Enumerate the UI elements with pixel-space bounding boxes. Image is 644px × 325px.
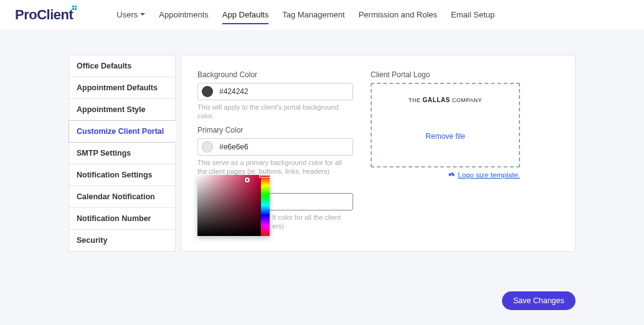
primary-color-hint: This serve as a primary background color…	[197, 158, 353, 176]
sidenav-notification-settings[interactable]: Notification Settings	[69, 164, 176, 186]
chevron-down-icon	[140, 13, 145, 16]
client-portal-logo-label: Client Portal Logo	[371, 70, 520, 79]
bg-color-hint: This will apply to the client's portal b…	[197, 103, 353, 121]
sidenav-notification-number[interactable]: Notification Number	[69, 207, 176, 230]
top-bar: ProClient Users Appointments App Default…	[0, 0, 644, 30]
color-picker-hue-handle[interactable]	[259, 175, 272, 177]
bg-color-label: Background Color	[197, 70, 353, 79]
cloud-download-icon	[448, 171, 455, 179]
remove-file-link[interactable]: Remove file	[425, 132, 465, 141]
uploaded-logo-preview: THE GALLAS COMPANY	[409, 97, 482, 103]
nav-tag-management[interactable]: Tag Management	[282, 6, 344, 24]
primary-color-value: #e6e6e6	[219, 143, 249, 151]
bg-color-input[interactable]: #424242	[197, 83, 353, 100]
sidenav-office-defaults[interactable]: Office Defaults	[69, 55, 176, 77]
brand-client: Client	[37, 7, 73, 22]
side-nav: Office Defaults Appointment Defaults App…	[69, 55, 176, 252]
color-picker-saturation[interactable]	[197, 175, 261, 236]
brand-dots-icon	[72, 6, 77, 10]
bg-color-swatch	[202, 86, 213, 97]
sidenav-smtp-settings[interactable]: SMTP Settings	[69, 142, 176, 164]
nav-users-label: Users	[116, 10, 138, 19]
primary-color-swatch	[202, 141, 213, 153]
nav-permission-roles[interactable]: Permission and Roles	[359, 6, 437, 24]
nav-users[interactable]: Users	[116, 6, 145, 24]
nav-email-setup[interactable]: Email Setup	[451, 6, 495, 24]
color-picker-popover[interactable]	[197, 175, 270, 236]
save-changes-button[interactable]: Save Changes	[502, 291, 575, 310]
page-body: Office Defaults Appointment Defaults App…	[0, 30, 644, 325]
logo-dropzone[interactable]: THE GALLAS COMPANY Remove file	[371, 83, 520, 167]
primary-color-input[interactable]: #e6e6e6	[197, 138, 353, 156]
secondary-color-hint: It color for all the client ers)	[272, 213, 353, 231]
sidenav-customize-client-portal[interactable]: Customize Client Portal	[69, 120, 176, 143]
primary-color-label: Primary Color	[197, 126, 353, 134]
sidenav-calendar-notification[interactable]: Calendar Notification	[69, 186, 176, 208]
brand-logo[interactable]: ProClient	[15, 7, 73, 23]
sidenav-appointment-defaults[interactable]: Appointment Defaults	[69, 77, 176, 99]
nav-app-defaults[interactable]: App Defaults	[222, 6, 268, 24]
logo-size-template-link[interactable]: Logo size template.	[458, 171, 520, 179]
top-nav: Users Appointments App Defaults Tag Mana…	[116, 6, 495, 24]
color-picker-hue[interactable]	[261, 175, 270, 236]
bg-color-value: #424242	[219, 87, 249, 96]
color-picker-sv-handle[interactable]	[245, 177, 250, 182]
sidenav-security[interactable]: Security	[69, 229, 176, 252]
brand-pro: Pro	[15, 7, 37, 22]
content-panel: Background Color #424242 This will apply…	[181, 55, 575, 252]
nav-appointments[interactable]: Appointments	[159, 6, 209, 24]
sidenav-appointment-style[interactable]: Appointment Style	[69, 98, 176, 121]
